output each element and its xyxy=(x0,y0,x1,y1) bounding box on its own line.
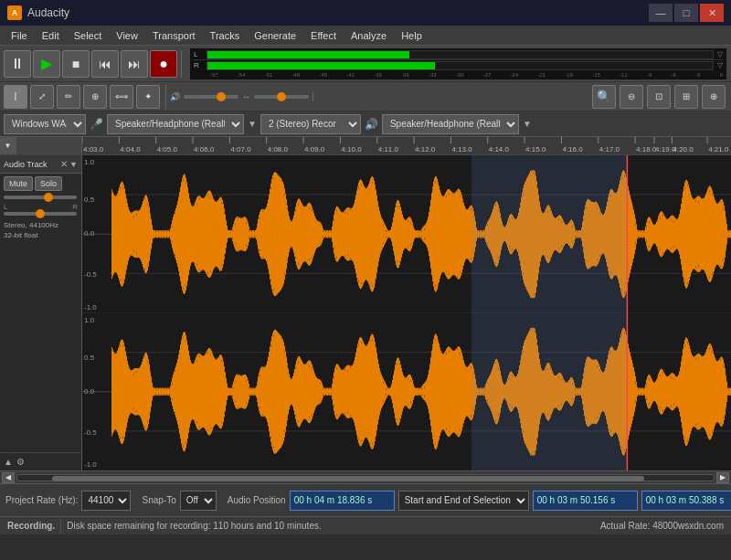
vu-l-label: L xyxy=(194,50,207,58)
track-settings-icon[interactable]: ⚙ xyxy=(16,457,25,467)
menu-effect[interactable]: Effect xyxy=(303,28,344,43)
track-name: Audio Track xyxy=(4,160,60,169)
volume-thumb[interactable] xyxy=(217,92,226,101)
zoom-in-button[interactable]: 🔍 xyxy=(592,85,616,109)
minimize-button[interactable]: — xyxy=(649,4,673,22)
track-pan-slider[interactable] xyxy=(4,212,77,216)
zoom-sel-button[interactable]: ⊞ xyxy=(674,85,698,109)
zoom-controls: 🔍 ⊖ ⊡ ⊞ ⊕ xyxy=(592,85,727,109)
menu-generate[interactable]: Generate xyxy=(247,28,303,43)
zoom-tool[interactable]: ⊕ xyxy=(83,85,107,109)
channels-label: ▼ xyxy=(248,119,257,129)
vu-l-bar xyxy=(207,50,714,59)
r-label: R xyxy=(72,203,78,211)
l-label: L xyxy=(4,203,7,211)
menu-transport[interactable]: Transport xyxy=(145,28,203,43)
waveform-display xyxy=(82,155,731,470)
ruler-track-spacer xyxy=(16,137,82,154)
time-ruler xyxy=(82,137,731,154)
multi-tool[interactable]: ✦ xyxy=(136,85,160,109)
track-volume-slider[interactable] xyxy=(4,195,77,199)
maximize-button[interactable]: □ xyxy=(674,4,698,22)
menu-analyze[interactable]: Analyze xyxy=(344,28,394,43)
waveform-canvas xyxy=(82,155,731,470)
horizontal-scrollbar[interactable]: ◀ ▶ xyxy=(0,470,731,483)
actual-rate-status: Actual Rate: 48000wsxdn.com xyxy=(600,521,724,531)
mute-button[interactable]: Mute xyxy=(4,176,33,191)
menu-view[interactable]: View xyxy=(109,28,145,43)
menu-file[interactable]: File xyxy=(4,28,35,43)
input-channels-arrow: ▼ xyxy=(523,119,532,129)
track-volume-row xyxy=(0,194,81,201)
timeshift-tool[interactable]: ⟺ xyxy=(110,85,133,109)
transport-toolbar: ⏸ ▶ ■ ⏮ ⏭ ● L ▽ R ▽ xyxy=(0,46,731,82)
track-close-icon[interactable]: ✕ xyxy=(60,159,68,169)
draw-tool[interactable]: ✏ xyxy=(57,85,80,109)
transport-controls: ⏸ ▶ ■ ⏮ ⏭ ● xyxy=(4,50,182,78)
speaker-icon: 🔊 xyxy=(365,118,378,131)
input-device-select[interactable]: Speaker/Headphone (Realte xyxy=(382,114,519,134)
track-volume-thumb[interactable] xyxy=(44,193,53,202)
vu-r-label: R xyxy=(194,61,207,69)
pan-icon: ↔ xyxy=(242,92,250,101)
timeline-arrow[interactable]: ▼ xyxy=(0,137,16,154)
scroll-right-icon: ▶ xyxy=(720,473,726,481)
selection-mode-select[interactable]: Start and End of Selection xyxy=(398,491,529,511)
project-rate-label: Project Rate (Hz): xyxy=(5,495,78,505)
app-title: Audacity xyxy=(27,6,69,19)
track-expand-row: ▲ ⚙ xyxy=(0,452,81,470)
status-bar: Recording. Disk space remaining for reco… xyxy=(0,516,731,534)
device-bar: Windows WASI 🎤 Speaker/Headphone (Realte… xyxy=(0,111,731,137)
scroll-track[interactable] xyxy=(16,474,715,481)
audio-position-label: Audio Position xyxy=(228,495,286,505)
zoom-fit-button[interactable]: ⊡ xyxy=(647,85,671,109)
selection-end-input[interactable] xyxy=(641,491,731,511)
microphone-icon: 🎤 xyxy=(90,118,103,131)
selection-tool[interactable]: I xyxy=(4,85,27,109)
menu-help[interactable]: Help xyxy=(394,28,429,43)
stop-button[interactable]: ■ xyxy=(62,50,90,78)
zoom-out-button[interactable]: ⊖ xyxy=(620,85,643,109)
volume-icon: 🔊 xyxy=(170,92,180,101)
zoom-toggle-button[interactable]: ⊕ xyxy=(702,85,726,109)
menu-bar: File Edit Select View Transport Tracks G… xyxy=(0,26,731,46)
window-controls: — □ ✕ xyxy=(649,4,724,22)
close-button[interactable]: ✕ xyxy=(700,4,724,22)
selection-tools: I ⤢ ✏ ⊕ ⟺ ✦ xyxy=(4,85,166,109)
scroll-right-button[interactable]: ▶ xyxy=(716,472,729,483)
input-channels-select[interactable]: 2 (Stereo) Recor xyxy=(260,114,361,134)
audio-position-input[interactable] xyxy=(290,491,395,511)
fastforward-button[interactable]: ⏭ xyxy=(121,50,148,78)
scroll-left-button[interactable]: ◀ xyxy=(2,472,15,483)
track-header: Audio Track ✕ ▼ xyxy=(0,155,81,174)
pan-slider[interactable] xyxy=(254,95,309,99)
output-device-select[interactable]: Speaker/Headphone (Realte xyxy=(107,114,244,134)
volume-pan-controls: 🔊 ↔ xyxy=(170,92,313,101)
track-expand-icon[interactable]: ▲ xyxy=(4,457,13,467)
rewind-button[interactable]: ⏮ xyxy=(91,50,119,78)
volume-slider[interactable] xyxy=(184,95,238,99)
timeline-arrow-icon: ▼ xyxy=(5,142,12,150)
track-info: Stereo, 44100Hz 32-bit float xyxy=(0,217,81,243)
pause-button[interactable]: ⏸ xyxy=(4,50,31,78)
pan-thumb[interactable] xyxy=(277,92,286,101)
menu-tracks[interactable]: Tracks xyxy=(203,28,248,43)
envelope-tool[interactable]: ⤢ xyxy=(30,85,54,109)
selection-start-input[interactable] xyxy=(533,491,638,511)
track-menu-icon[interactable]: ▼ xyxy=(69,160,78,169)
audio-host-select[interactable]: Windows WASI xyxy=(4,114,86,134)
bottom-bar: Project Rate (Hz): 44100 Snap-To Off Aud… xyxy=(0,483,731,516)
vu-l-bg xyxy=(409,51,713,58)
solo-button[interactable]: Solo xyxy=(35,176,62,191)
record-button[interactable]: ● xyxy=(150,50,177,78)
menu-select[interactable]: Select xyxy=(67,28,110,43)
scroll-thumb[interactable] xyxy=(52,476,644,481)
play-button[interactable]: ▶ xyxy=(33,50,60,78)
status-divider xyxy=(60,520,61,533)
track-pan-thumb[interactable] xyxy=(36,209,45,218)
snap-to-select[interactable]: Off xyxy=(180,491,217,511)
menu-edit[interactable]: Edit xyxy=(35,28,67,43)
recording-status: Recording. xyxy=(7,521,55,531)
tools-toolbar: I ⤢ ✏ ⊕ ⟺ ✦ 🔊 ↔ 🔍 ⊖ ⊡ xyxy=(0,82,731,111)
project-rate-select[interactable]: 44100 xyxy=(81,491,131,511)
